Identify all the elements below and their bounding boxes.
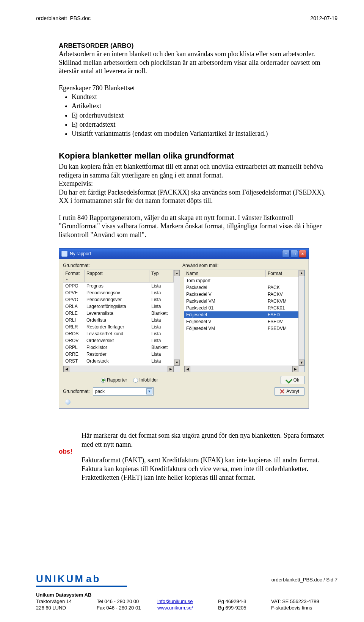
web-link[interactable]: www.unikum.se/ (157, 605, 193, 611)
table-row[interactable]: Packsedel VPACKV (184, 291, 298, 298)
table-row[interactable]: ORLELeveranslistaBlankett (63, 310, 174, 317)
scrollbar-vertical[interactable]: ▲▼ (174, 270, 180, 366)
table-row[interactable]: OROVOrderöversiktLista (63, 337, 174, 344)
radio-icon (101, 378, 106, 383)
logo-underline (36, 586, 127, 587)
table-row[interactable]: ORLRRestorder flerlagerLista (63, 324, 174, 330)
table-row[interactable]: Följesedel VFSEDV (184, 318, 298, 325)
scrollbar-horizontal[interactable]: ◀▶ (184, 366, 304, 372)
company-name: Unikum Datasystem AB (36, 592, 97, 598)
info-icon (65, 399, 71, 405)
list-header[interactable]: Format Rapport Typ (63, 270, 174, 283)
dialog-ny-rapport: Ny rapport − □ × Grundformat: Använd som… (59, 248, 309, 408)
bg: Bg 699-9205 (218, 605, 271, 611)
list-item: Utskrift variantmatris (endast om module… (72, 129, 334, 138)
label-mall: Använd som mall: (182, 263, 218, 268)
table-row[interactable]: ORLIOrderlistaLista (63, 317, 174, 324)
label-grundformat: Grundformat: (63, 263, 182, 268)
list-item: Ej orderradstext (72, 120, 334, 129)
dialog-title: Ny rapport (70, 251, 91, 256)
close-button[interactable]: × (299, 250, 306, 258)
radio-infobilder[interactable]: Infobilder (133, 377, 158, 383)
fskatt: F-skattebevis finns (271, 605, 336, 611)
list-item: Kundtext (72, 92, 334, 101)
ok-button[interactable]: Ok (281, 376, 305, 384)
fax: Fax 046 - 280 20 01 (97, 605, 157, 611)
email-link[interactable]: info@unikum.se (157, 598, 193, 604)
listbox-grundformat[interactable]: Format Rapport Typ OPPOPrognosListaOPVEP… (63, 270, 180, 372)
logo-text: UNIKUM (36, 573, 85, 584)
doc-date: 2012-07-19 (310, 15, 337, 21)
list-item: Artikeltext (72, 101, 334, 110)
chevron-down-icon[interactable]: ▼ (146, 388, 152, 394)
status-bar (63, 398, 305, 406)
kopiera-p1: Du kan kopiera från ett blankettformat t… (59, 162, 334, 179)
list-header[interactable]: Namn Format (184, 270, 298, 277)
table-row[interactable]: ORLALageromföringslistaLista (63, 303, 174, 310)
logo-suffix: ab (86, 573, 100, 584)
table-row[interactable]: ORPLPlocklistorBlankett (63, 344, 174, 351)
table-row[interactable]: ORRERestorderLista (63, 351, 174, 358)
scrollbar-horizontal[interactable]: ◀▶ (63, 366, 180, 372)
pg: Pg 469294-3 (218, 598, 271, 604)
obs-p1: Här markerar du det format som ska utgör… (82, 431, 334, 449)
page-header: orderblankett_PBS.doc 2012-07-19 (36, 15, 337, 21)
scrollbar-vertical[interactable]: ▲▼ (298, 270, 304, 366)
minimize-button[interactable]: − (282, 250, 290, 258)
kopiera-p2: Exempelvis: (59, 179, 334, 188)
close-icon (280, 389, 284, 394)
col-rapport[interactable]: Rapport (85, 270, 149, 282)
listbox-mall[interactable]: Namn Format Tom rapportPacksedelPACKPack… (184, 270, 305, 372)
footer-pageref: orderblankett_PBS.doc / Sid 7 (271, 577, 337, 583)
check-icon (285, 377, 292, 383)
egenskaper-list: Kundtext Artikeltext Ej orderhuvudstext … (59, 92, 334, 138)
cancel-button[interactable]: Avbryt (274, 387, 305, 396)
table-row[interactable]: PacksedelPACK (184, 284, 298, 291)
tel: Tel 046 - 280 20 00 (97, 598, 157, 604)
table-row[interactable]: Packsedel 01PACK01 (184, 305, 298, 311)
kopiera-p3: Du har ett färdigt Packsedelsformat (PAC… (59, 188, 334, 205)
table-row[interactable]: OPPOPrognosLista (63, 283, 174, 289)
table-row[interactable]: FöljesedelFSED (184, 311, 298, 318)
header-rule (36, 23, 337, 23)
radio-icon (133, 378, 138, 383)
col-namn[interactable]: Namn (184, 270, 266, 277)
table-row[interactable]: OPVEPeriodiseringsövLista (63, 289, 174, 296)
table-row[interactable]: Följesedel VMFSEDVM (184, 325, 298, 332)
window-icon (61, 251, 67, 257)
table-row[interactable]: OROSLev.säkerhet kundLista (63, 330, 174, 337)
vat: VAT: SE 556223-4789 (271, 598, 336, 604)
col-typ[interactable]: Typ (149, 270, 174, 282)
maximize-button[interactable]: □ (290, 250, 298, 258)
addr1: Traktorvägen 14 (36, 598, 97, 604)
table-row[interactable]: OPVOPeriodiseringsverLista (63, 296, 174, 303)
section-kopiera-title: Kopiera blanketter mellan olika grundfor… (59, 151, 334, 161)
kopiera-p4: I rutin 840 Rapportgeneratorn, väljer du… (59, 214, 334, 239)
list-rows-right: Tom rapportPacksedelPACKPacksedel VPACKV… (184, 277, 298, 332)
combo-grundformat[interactable]: pack ▼ (93, 387, 154, 396)
list-item: Ej orderhuvudstext (72, 111, 334, 120)
combo-value: pack (95, 389, 105, 394)
addr2: 226 60 LUND (36, 605, 97, 611)
table-row[interactable]: ORSTOrderstockLista (63, 358, 174, 364)
egenskaper-heading: Egenskaper 780 Blankettset (59, 84, 334, 93)
page-footer: UNIKUM ab orderblankett_PBS.doc / Sid 7 … (36, 573, 337, 611)
table-row[interactable]: Packsedel VMPACKVM (184, 298, 298, 305)
doc-name: orderblankett_PBS.doc (36, 15, 91, 21)
titlebar[interactable]: Ny rapport − □ × (59, 248, 309, 259)
combo-label: Grundformat: (63, 389, 90, 394)
radio-rapporter[interactable]: Rapporter (101, 377, 127, 383)
arbo-paragraph: Arbetsordern är en intern blankett och d… (59, 50, 334, 75)
col-format[interactable]: Format (63, 270, 85, 282)
col-format[interactable]: Format (266, 270, 298, 277)
obs-label: obs! (59, 431, 82, 488)
section-arbo-title: ARBETSORDER (ARBO) (59, 42, 334, 50)
table-row[interactable]: Tom rapport (184, 277, 298, 284)
list-rows-left: OPPOPrognosListaOPVEPeriodiseringsövList… (63, 283, 174, 372)
obs-p2: Fakturaformat (FAKT), samt Kreditfaktura… (82, 456, 334, 482)
